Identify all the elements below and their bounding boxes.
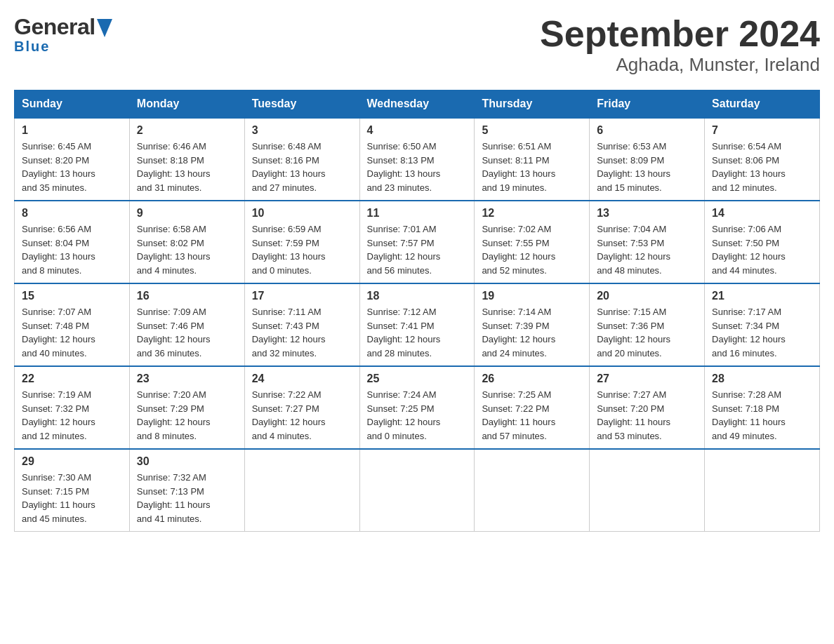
- day-info: Sunrise: 6:50 AM Sunset: 8:13 PM Dayligh…: [367, 140, 468, 194]
- calendar-day-cell: 20Sunrise: 7:15 AM Sunset: 7:36 PM Dayli…: [590, 283, 705, 366]
- calendar-subtitle: Aghada, Munster, Ireland: [540, 54, 820, 76]
- day-info: Sunrise: 7:32 AM Sunset: 7:13 PM Dayligh…: [137, 471, 237, 525]
- calendar-empty-cell: [590, 449, 705, 532]
- calendar-day-cell: 30Sunrise: 7:32 AM Sunset: 7:13 PM Dayli…: [129, 449, 244, 532]
- calendar-col-monday: Monday: [129, 90, 244, 119]
- calendar-day-cell: 9Sunrise: 6:58 AM Sunset: 8:02 PM Daylig…: [129, 201, 244, 283]
- calendar-week-row: 8Sunrise: 6:56 AM Sunset: 8:04 PM Daylig…: [15, 201, 820, 283]
- calendar-col-wednesday: Wednesday: [359, 90, 475, 119]
- calendar-day-cell: 1Sunrise: 6:45 AM Sunset: 8:20 PM Daylig…: [15, 118, 130, 201]
- day-number: 28: [712, 373, 812, 385]
- day-info: Sunrise: 7:06 AM Sunset: 7:50 PM Dayligh…: [712, 222, 812, 277]
- calendar-week-row: 15Sunrise: 7:07 AM Sunset: 7:48 PM Dayli…: [15, 283, 820, 366]
- calendar-empty-cell: [244, 449, 359, 532]
- calendar-day-cell: 4Sunrise: 6:50 AM Sunset: 8:13 PM Daylig…: [359, 118, 475, 201]
- day-number: 6: [597, 124, 697, 137]
- svg-marker-0: [97, 19, 112, 37]
- day-info: Sunrise: 6:53 AM Sunset: 8:09 PM Dayligh…: [597, 140, 697, 194]
- day-info: Sunrise: 6:59 AM Sunset: 7:59 PM Dayligh…: [252, 222, 352, 277]
- calendar-col-thursday: Thursday: [475, 90, 590, 119]
- calendar-day-cell: 12Sunrise: 7:02 AM Sunset: 7:55 PM Dayli…: [475, 201, 590, 283]
- calendar-day-cell: 2Sunrise: 6:46 AM Sunset: 8:18 PM Daylig…: [129, 118, 244, 201]
- day-info: Sunrise: 7:02 AM Sunset: 7:55 PM Dayligh…: [482, 222, 582, 277]
- calendar-week-row: 1Sunrise: 6:45 AM Sunset: 8:20 PM Daylig…: [15, 118, 820, 201]
- calendar-day-cell: 22Sunrise: 7:19 AM Sunset: 7:32 PM Dayli…: [15, 366, 130, 449]
- calendar-col-friday: Friday: [590, 90, 705, 119]
- day-number: 5: [482, 124, 582, 137]
- calendar-day-cell: 29Sunrise: 7:30 AM Sunset: 7:15 PM Dayli…: [15, 449, 130, 532]
- logo-blue: Blue: [14, 39, 50, 55]
- calendar-day-cell: 11Sunrise: 7:01 AM Sunset: 7:57 PM Dayli…: [359, 201, 475, 283]
- calendar-day-cell: 6Sunrise: 6:53 AM Sunset: 8:09 PM Daylig…: [590, 118, 705, 201]
- day-info: Sunrise: 7:07 AM Sunset: 7:48 PM Dayligh…: [22, 305, 122, 360]
- calendar-day-cell: 18Sunrise: 7:12 AM Sunset: 7:41 PM Dayli…: [359, 283, 475, 366]
- calendar-day-cell: 26Sunrise: 7:25 AM Sunset: 7:22 PM Dayli…: [475, 366, 590, 449]
- calendar-col-tuesday: Tuesday: [244, 90, 359, 119]
- day-info: Sunrise: 7:20 AM Sunset: 7:29 PM Dayligh…: [137, 388, 237, 443]
- calendar-day-cell: 5Sunrise: 6:51 AM Sunset: 8:11 PM Daylig…: [475, 118, 590, 201]
- day-info: Sunrise: 6:58 AM Sunset: 8:02 PM Dayligh…: [137, 222, 237, 277]
- day-number: 1: [22, 124, 122, 137]
- day-number: 18: [367, 290, 468, 302]
- day-info: Sunrise: 7:11 AM Sunset: 7:43 PM Dayligh…: [252, 305, 352, 360]
- day-info: Sunrise: 7:28 AM Sunset: 7:18 PM Dayligh…: [712, 388, 812, 443]
- calendar-empty-cell: [475, 449, 590, 532]
- calendar-day-cell: 7Sunrise: 6:54 AM Sunset: 8:06 PM Daylig…: [705, 118, 820, 201]
- day-info: Sunrise: 7:25 AM Sunset: 7:22 PM Dayligh…: [482, 388, 582, 443]
- calendar-col-saturday: Saturday: [705, 90, 820, 119]
- day-number: 10: [252, 207, 352, 220]
- day-number: 8: [22, 207, 122, 220]
- day-number: 20: [597, 290, 697, 302]
- day-number: 12: [482, 207, 582, 220]
- day-info: Sunrise: 6:45 AM Sunset: 8:20 PM Dayligh…: [22, 140, 122, 194]
- day-number: 19: [482, 290, 582, 302]
- day-number: 16: [137, 290, 237, 302]
- calendar-day-cell: 3Sunrise: 6:48 AM Sunset: 8:16 PM Daylig…: [244, 118, 359, 201]
- page-header: General Blue September 2024 Aghada, Muns…: [14, 14, 820, 76]
- calendar-col-sunday: Sunday: [15, 90, 130, 119]
- day-info: Sunrise: 6:56 AM Sunset: 8:04 PM Dayligh…: [22, 222, 122, 277]
- calendar-table: SundayMondayTuesdayWednesdayThursdayFrid…: [14, 90, 820, 532]
- calendar-empty-cell: [705, 449, 820, 532]
- calendar-day-cell: 24Sunrise: 7:22 AM Sunset: 7:27 PM Dayli…: [244, 366, 359, 449]
- day-number: 26: [482, 373, 582, 385]
- day-number: 21: [712, 290, 812, 302]
- day-number: 30: [137, 455, 237, 468]
- calendar-day-cell: 19Sunrise: 7:14 AM Sunset: 7:39 PM Dayli…: [475, 283, 590, 366]
- day-number: 25: [367, 373, 468, 385]
- title-block: September 2024 Aghada, Munster, Ireland: [540, 14, 820, 76]
- day-info: Sunrise: 7:12 AM Sunset: 7:41 PM Dayligh…: [367, 305, 468, 360]
- day-info: Sunrise: 6:54 AM Sunset: 8:06 PM Dayligh…: [712, 140, 812, 194]
- calendar-day-cell: 13Sunrise: 7:04 AM Sunset: 7:53 PM Dayli…: [590, 201, 705, 283]
- day-info: Sunrise: 7:04 AM Sunset: 7:53 PM Dayligh…: [597, 222, 697, 277]
- calendar-day-cell: 10Sunrise: 6:59 AM Sunset: 7:59 PM Dayli…: [244, 201, 359, 283]
- day-info: Sunrise: 6:51 AM Sunset: 8:11 PM Dayligh…: [482, 140, 582, 194]
- day-number: 27: [597, 373, 697, 385]
- day-info: Sunrise: 6:46 AM Sunset: 8:18 PM Dayligh…: [137, 140, 237, 194]
- calendar-empty-cell: [359, 449, 475, 532]
- day-number: 29: [22, 455, 122, 468]
- day-info: Sunrise: 7:09 AM Sunset: 7:46 PM Dayligh…: [137, 305, 237, 360]
- calendar-day-cell: 8Sunrise: 6:56 AM Sunset: 8:04 PM Daylig…: [15, 201, 130, 283]
- day-number: 2: [137, 124, 237, 137]
- calendar-day-cell: 27Sunrise: 7:27 AM Sunset: 7:20 PM Dayli…: [590, 366, 705, 449]
- day-info: Sunrise: 7:30 AM Sunset: 7:15 PM Dayligh…: [22, 471, 122, 525]
- day-number: 13: [597, 207, 697, 220]
- day-number: 23: [137, 373, 237, 385]
- day-info: Sunrise: 7:24 AM Sunset: 7:25 PM Dayligh…: [367, 388, 468, 443]
- logo: General Blue: [14, 14, 112, 55]
- day-number: 9: [137, 207, 237, 220]
- calendar-day-cell: 21Sunrise: 7:17 AM Sunset: 7:34 PM Dayli…: [705, 283, 820, 366]
- day-number: 11: [367, 207, 468, 220]
- day-info: Sunrise: 7:22 AM Sunset: 7:27 PM Dayligh…: [252, 388, 352, 443]
- day-info: Sunrise: 6:48 AM Sunset: 8:16 PM Dayligh…: [252, 140, 352, 194]
- day-info: Sunrise: 7:15 AM Sunset: 7:36 PM Dayligh…: [597, 305, 697, 360]
- calendar-day-cell: 17Sunrise: 7:11 AM Sunset: 7:43 PM Dayli…: [244, 283, 359, 366]
- day-info: Sunrise: 7:19 AM Sunset: 7:32 PM Dayligh…: [22, 388, 122, 443]
- day-info: Sunrise: 7:27 AM Sunset: 7:20 PM Dayligh…: [597, 388, 697, 443]
- calendar-day-cell: 28Sunrise: 7:28 AM Sunset: 7:18 PM Dayli…: [705, 366, 820, 449]
- day-number: 22: [22, 373, 122, 385]
- day-number: 14: [712, 207, 812, 220]
- calendar-header-row: SundayMondayTuesdayWednesdayThursdayFrid…: [15, 90, 820, 119]
- calendar-week-row: 29Sunrise: 7:30 AM Sunset: 7:15 PM Dayli…: [15, 449, 820, 532]
